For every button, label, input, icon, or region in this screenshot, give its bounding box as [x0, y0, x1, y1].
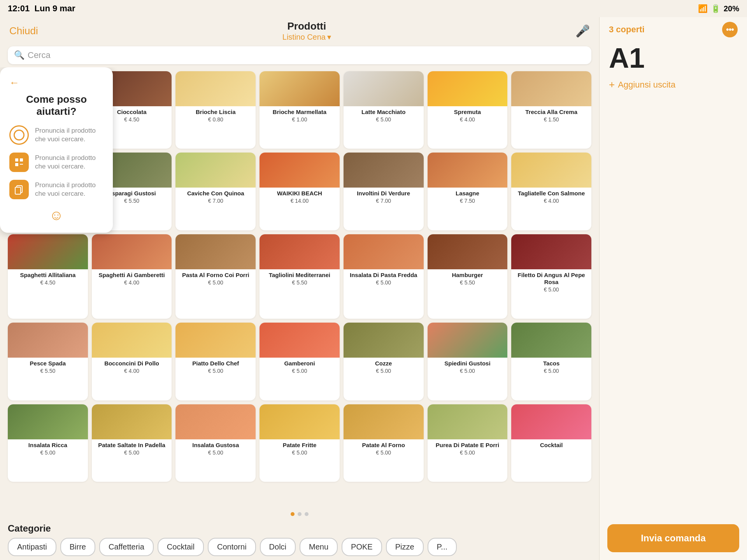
product-price: € 5.00: [28, 449, 67, 456]
header-title-main: Prodotti: [282, 20, 331, 32]
product-image: [260, 404, 340, 439]
product-card[interactable]: Tacos€ 5.00: [511, 323, 591, 400]
send-order-button[interactable]: Invia comanda: [607, 524, 739, 552]
right-panel: 3 coperti ••• A1 + Aggiunsi uscita Invia…: [599, 17, 747, 560]
product-card[interactable]: Latte Macchiato€ 5.00: [344, 71, 424, 149]
product-price: € 4.50: [20, 279, 75, 286]
voice-back-button[interactable]: ←: [9, 77, 103, 89]
product-card[interactable]: Treccia Alla Crema€ 1.50: [511, 71, 591, 149]
category-chip[interactable]: Dolci: [260, 538, 296, 556]
product-card[interactable]: Purea Di Patate E Porri€ 5.00: [428, 404, 508, 482]
product-card[interactable]: Hamburger€ 5.50: [428, 234, 508, 319]
product-card[interactable]: Filetto Di Angus Al Pepe Rosa€ 5.00: [511, 234, 591, 319]
product-card[interactable]: Spremuta€ 4.00: [428, 71, 508, 149]
microphone-icon[interactable]: 🎤: [575, 24, 590, 38]
product-image: [428, 404, 508, 439]
product-card[interactable]: Involtini Di Verdure€ 7.00: [344, 153, 424, 230]
category-chip[interactable]: Antipasti: [8, 538, 56, 556]
pagination-dot-2[interactable]: [298, 512, 302, 516]
product-price: € 5.00: [444, 368, 490, 374]
product-price: € 1.00: [273, 116, 326, 123]
product-name: Brioche Marmellata: [273, 109, 326, 116]
product-card[interactable]: Bocconcini Di Pollo€ 4.00: [92, 323, 172, 400]
product-card[interactable]: Patate Saltate In Padella€ 5.00: [92, 404, 172, 482]
product-card[interactable]: Cozze€ 5.00: [344, 323, 424, 400]
product-name: Caviche Con Quinoa: [187, 190, 244, 197]
product-price: € 14.00: [277, 198, 322, 204]
product-image: [175, 153, 256, 188]
product-card[interactable]: Cocktail: [511, 404, 591, 482]
voice-option-2: Pronuncia il prodottoche vuoi cercare.: [9, 153, 103, 172]
product-card[interactable]: Caviche Con Quinoa€ 7.00: [175, 153, 256, 230]
search-input[interactable]: Cerca: [28, 50, 51, 60]
add-uscita-label: Aggiunsi uscita: [618, 80, 675, 90]
voice-option-1: Pronuncia il prodottoche vuoi cercare.: [9, 125, 103, 145]
product-name: Filetto Di Angus Al Pepe Rosa: [513, 272, 590, 286]
product-card[interactable]: Brioche Marmellata€ 1.00: [260, 71, 340, 149]
category-chip[interactable]: Pizze: [386, 538, 424, 556]
product-card[interactable]: Spaghetti Ai Gamberetti€ 4.00: [92, 234, 172, 319]
product-card[interactable]: Insalata Di Pasta Fredda€ 5.00: [344, 234, 424, 319]
product-image: [260, 323, 340, 358]
left-panel: Chiudi Prodotti Listino Cena ▾ 🎤 🔍 Cerca…: [0, 17, 599, 560]
status-icons: 📶 🔋 20%: [698, 4, 739, 13]
product-card[interactable]: Spiedini Gustosi€ 5.00: [428, 323, 508, 400]
category-chip[interactable]: Contorni: [208, 538, 256, 556]
product-name: Spaghetti Ai Gamberetti: [98, 272, 165, 279]
pagination-dot-1[interactable]: [291, 512, 295, 516]
close-button[interactable]: Chiudi: [9, 25, 38, 37]
product-price: € 5.50: [269, 279, 330, 286]
product-card[interactable]: Insalata Gustosa€ 5.00: [175, 404, 256, 482]
product-image: [344, 234, 424, 269]
product-name: Patate Al Forno: [362, 442, 405, 449]
product-name: Spaghetti Allitaliana: [20, 272, 75, 279]
svg-rect-3: [20, 164, 23, 165]
product-name: Patate Saltate In Padella: [98, 442, 165, 449]
product-card[interactable]: Piatto Dello Chef€ 5.00: [175, 323, 256, 400]
product-card[interactable]: Pesce Spada€ 5.50: [8, 323, 88, 400]
product-image: [511, 234, 591, 269]
svg-rect-5: [15, 187, 21, 194]
product-name: Tagliolini Mediterranei: [269, 272, 330, 279]
app-header: Chiudi Prodotti Listino Cena ▾ 🎤: [0, 17, 599, 45]
product-card[interactable]: Patate Fritte€ 5.00: [260, 404, 340, 482]
product-image: [175, 404, 256, 439]
product-price: € 5.50: [452, 279, 483, 286]
product-card[interactable]: Lasagne€ 7.50: [428, 153, 508, 230]
categories-list: AntipastiBirreCaffetteriaCocktailContorn…: [8, 538, 591, 556]
category-chip[interactable]: Cocktail: [158, 538, 204, 556]
product-card[interactable]: Insalata Ricca€ 5.00: [8, 404, 88, 482]
svg-rect-2: [15, 163, 18, 166]
product-card[interactable]: Brioche Liscia€ 0.80: [175, 71, 256, 149]
search-bar[interactable]: 🔍 Cerca: [8, 46, 591, 64]
product-card[interactable]: Patate Al Forno€ 5.00: [344, 404, 424, 482]
voice-option-3: Pronuncia il prodottoche vuoi cercare.: [9, 180, 103, 199]
pagination-dot-3[interactable]: [305, 512, 309, 516]
product-name: Involtini Di Verdure: [357, 190, 410, 197]
product-name: Tagliatelle Con Salmone: [518, 190, 585, 197]
product-image: [175, 234, 256, 269]
more-options-button[interactable]: •••: [722, 22, 738, 37]
header-subtitle[interactable]: Listino Cena ▾: [282, 32, 331, 42]
product-card[interactable]: Tagliatelle Con Salmone€ 4.00: [511, 153, 591, 230]
product-name: Insalata Ricca: [28, 442, 67, 449]
category-chip[interactable]: POKE: [342, 538, 382, 556]
product-card[interactable]: Spaghetti Allitaliana€ 4.50: [8, 234, 88, 319]
category-chip[interactable]: Caffetteria: [99, 538, 154, 556]
product-card[interactable]: Tagliolini Mediterranei€ 5.50: [260, 234, 340, 319]
product-name: Spremuta: [454, 109, 481, 116]
voice-circle-icon-1: [9, 125, 29, 145]
table-label: A1: [600, 42, 747, 74]
category-chip[interactable]: P...: [428, 538, 457, 556]
voice-assistant-title: Come posso aiutarti?: [9, 93, 103, 118]
category-chip[interactable]: Birre: [60, 538, 95, 556]
product-card[interactable]: Pasta Al Forno Coi Porri€ 5.00: [175, 234, 256, 319]
product-name: Pasta Al Forno Coi Porri: [182, 272, 249, 279]
category-chip[interactable]: Menu: [300, 538, 338, 556]
product-card[interactable]: Gamberoni€ 5.00: [260, 323, 340, 400]
add-uscita-button[interactable]: + Aggiunsi uscita: [600, 74, 747, 95]
product-image: [92, 323, 172, 358]
product-name: Insalata Di Pasta Fredda: [350, 272, 417, 279]
product-price: € 5.00: [436, 449, 499, 456]
product-card[interactable]: WAIKIKI BEACH€ 14.00: [260, 153, 340, 230]
